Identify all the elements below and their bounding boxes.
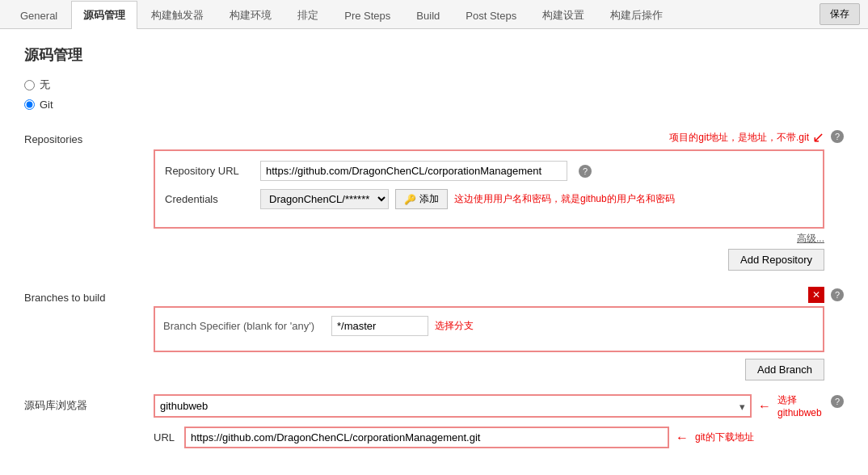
arrow-url-icon: ← bbox=[676, 431, 689, 445]
repositories-help-icon[interactable]: ? bbox=[831, 130, 844, 143]
key-icon: 🔑 bbox=[404, 194, 416, 205]
tab-settings[interactable]: 构建设置 bbox=[530, 1, 596, 29]
branch-row: 选择分支 bbox=[163, 316, 815, 336]
branches-body: ✕ 选择分支 Add Branch bbox=[154, 287, 824, 380]
tab-general[interactable]: General bbox=[8, 2, 70, 28]
branch-specifier-input[interactable] bbox=[331, 316, 428, 336]
browser-body: githubweb ← 选择githubweb URL ← git的下载地址 bbox=[154, 393, 824, 448]
branches-section: Branches to build ✕ 选择分支 Add Branch ? bbox=[24, 287, 844, 380]
radio-none-label[interactable]: 无 bbox=[40, 78, 50, 92]
browser-section: 源码库浏览器 githubweb ← 选择githubweb URL ← git… bbox=[24, 393, 844, 448]
url-input[interactable] bbox=[184, 427, 669, 448]
arrow-down-icon: ↙ bbox=[812, 128, 824, 146]
credentials-label: Credentials bbox=[165, 193, 254, 205]
branches-help-icon[interactable]: ? bbox=[831, 288, 844, 301]
radio-git-group: Git bbox=[24, 99, 844, 111]
browser-label: 源码库浏览器 bbox=[24, 393, 154, 413]
repo-url-help-icon[interactable]: ? bbox=[579, 165, 592, 178]
tab-schedule[interactable]: 排定 bbox=[285, 1, 331, 29]
tab-scm[interactable]: 源码管理 bbox=[71, 1, 137, 29]
repo-url-input[interactable] bbox=[260, 161, 567, 181]
url-row: URL ← git的下载地址 bbox=[154, 427, 824, 448]
annotation-credentials: 这边使用用户名和密码，就是github的用户名和密码 bbox=[454, 192, 675, 206]
browser-select[interactable]: githubweb bbox=[154, 394, 752, 418]
credentials-select[interactable]: DragonChenCL/****** bbox=[260, 189, 389, 209]
browser-row: githubweb ← 选择githubweb bbox=[154, 393, 824, 418]
add-credentials-button[interactable]: 🔑 添加 bbox=[395, 189, 448, 209]
delete-branch-button[interactable]: ✕ bbox=[808, 287, 824, 303]
annotation-branch: 选择分支 bbox=[435, 319, 474, 333]
annotation-browser: 选择githubweb bbox=[777, 393, 824, 418]
branches-label: Branches to build bbox=[24, 287, 154, 304]
tab-env[interactable]: 构建环境 bbox=[217, 1, 284, 29]
tab-presteps[interactable]: Pre Steps bbox=[332, 2, 402, 28]
repo-box: Repository URL ? Credentials DragonChenC… bbox=[154, 149, 824, 229]
credentials-row: Credentials DragonChenCL/****** 🔑 添加 这边使… bbox=[165, 189, 813, 209]
browser-help-icon[interactable]: ? bbox=[831, 395, 844, 408]
radio-git-label[interactable]: Git bbox=[40, 99, 53, 111]
arrow-browser-icon: ← bbox=[758, 399, 771, 414]
branches-box: 选择分支 bbox=[154, 306, 824, 352]
repo-url-row: Repository URL ? bbox=[165, 161, 813, 181]
radio-none-group: 无 bbox=[24, 78, 844, 92]
url-label: URL bbox=[154, 431, 178, 443]
main-content: 源码管理 无 Git Repositories 项目的git地址，是地址，不带.… bbox=[0, 29, 868, 475]
radio-git[interactable] bbox=[24, 99, 35, 110]
repositories-section: Repositories 项目的git地址，是地址，不带.git ↙ Repos… bbox=[24, 128, 844, 274]
radio-none[interactable] bbox=[24, 80, 35, 90]
save-button[interactable]: 保存 bbox=[820, 3, 860, 25]
repositories-label: Repositories bbox=[24, 128, 154, 145]
browser-select-wrapper: githubweb bbox=[154, 394, 752, 418]
add-branch-button[interactable]: Add Branch bbox=[745, 359, 824, 380]
tab-triggers[interactable]: 构建触发器 bbox=[139, 1, 216, 29]
tab-poststeps[interactable]: Post Steps bbox=[453, 2, 529, 28]
repositories-body: 项目的git地址，是地址，不带.git ↙ Repository URL ? C… bbox=[154, 128, 824, 274]
repo-url-label: Repository URL bbox=[165, 165, 254, 177]
add-credentials-label: 添加 bbox=[419, 192, 439, 206]
tabs-bar: General 源码管理 构建触发器 构建环境 排定 Pre Steps Bui… bbox=[0, 0, 868, 29]
annotation-url: git的下载地址 bbox=[695, 431, 754, 444]
add-repository-button[interactable]: Add Repository bbox=[728, 249, 824, 271]
branch-specifier-label bbox=[163, 320, 325, 332]
tab-postbuild[interactable]: 构建后操作 bbox=[598, 1, 675, 29]
advanced-link[interactable]: 高级... bbox=[154, 232, 824, 246]
section-title: 源码管理 bbox=[24, 45, 844, 65]
tab-build[interactable]: Build bbox=[404, 2, 452, 28]
annotation-git-url: 项目的git地址，是地址，不带.git bbox=[669, 131, 809, 145]
